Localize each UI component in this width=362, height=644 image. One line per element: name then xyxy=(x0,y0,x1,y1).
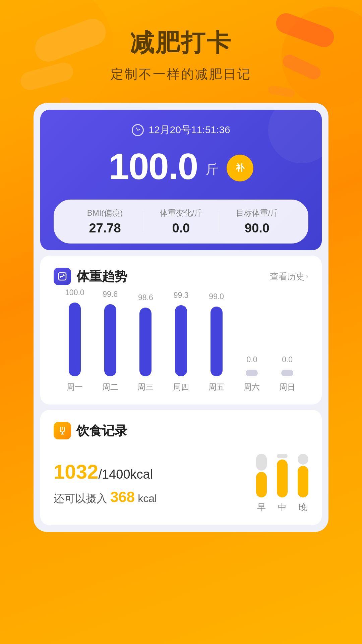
bar xyxy=(175,305,187,376)
bar-chart: 100.0周一99.6周二98.6周三99.3周四99.0周五0.0周六0.0周… xyxy=(54,299,308,392)
bar-column: 99.3周四 xyxy=(163,291,199,392)
bar-wrapper xyxy=(234,370,270,376)
bar-wrapper xyxy=(163,305,199,376)
supplement-button[interactable]: 补 xyxy=(227,155,253,181)
diet-title: 饮食记录 xyxy=(76,422,127,439)
diet-bars: 早中晚 xyxy=(256,453,308,513)
diet-bar-col: 中 xyxy=(277,453,288,513)
bar-label: 周四 xyxy=(173,382,189,392)
diet-bar-empty xyxy=(277,454,288,458)
calorie-main: 1032/1400kcal xyxy=(54,460,157,483)
weight-card-header: 12月20号11:51:36 xyxy=(57,123,305,137)
bar-wrapper xyxy=(57,303,93,376)
bar xyxy=(246,370,258,376)
bar-value: 99.0 xyxy=(209,292,224,301)
trend-card: 体重趋势 查看历史 › 100.0周一99.6周二98.6周三99.3周四99.… xyxy=(40,256,322,405)
weight-unit: 斤 xyxy=(206,161,219,178)
diet-bar-label: 中 xyxy=(278,501,287,513)
target-weight-stat: 目标体重/斤 90.0 xyxy=(219,208,295,235)
view-history-button[interactable]: 查看历史 › xyxy=(270,271,308,282)
bmi-stat: BMI(偏瘦) 27.78 xyxy=(67,208,143,235)
diet-icon xyxy=(54,422,71,439)
date-time: 12月20号11:51:36 xyxy=(148,123,230,137)
diet-bar-label: 早 xyxy=(257,501,266,513)
bar-column: 0.0周日 xyxy=(269,355,305,392)
diet-bar-wrapper xyxy=(298,453,308,497)
diet-title-group: 饮食记录 xyxy=(54,422,127,439)
app-title: 减肥打卡 xyxy=(130,27,232,59)
bar-wrapper xyxy=(269,370,305,376)
main-content: 减肥打卡 定制不一样的减肥日记 12月20号11:51:36 100.0 斤 补… xyxy=(0,0,362,532)
trend-title: 体重趋势 xyxy=(76,268,127,285)
chevron-right-icon: › xyxy=(306,272,308,281)
diet-bar-wrapper xyxy=(277,453,288,497)
bar-value: 100.0 xyxy=(65,288,84,297)
diet-bar-empty xyxy=(256,454,267,471)
bar-value: 0.0 xyxy=(246,355,257,364)
calories-total: 1400kcal xyxy=(102,467,153,481)
bar-label: 周二 xyxy=(102,382,118,392)
bar xyxy=(69,303,81,376)
diet-bar-wrapper xyxy=(256,453,267,497)
weight-change-stat: 体重变化/斤 0.0 xyxy=(143,208,219,235)
diet-left: 1032/1400kcal 还可以摄入 368 kcal xyxy=(54,460,157,506)
diet-bar-label: 晚 xyxy=(299,501,307,513)
calories-consumed: 1032 xyxy=(54,461,98,483)
calorie-remain: 还可以摄入 368 kcal xyxy=(54,489,157,506)
bar-wrapper xyxy=(93,304,128,376)
weight-card: 12月20号11:51:36 100.0 斤 补 BMI(偏瘦) 27.78 体… xyxy=(40,110,322,250)
bar xyxy=(139,308,152,376)
diet-bar-filled xyxy=(256,472,267,497)
target-weight-value: 90.0 xyxy=(245,221,269,235)
diet-bar-filled xyxy=(298,466,308,497)
diet-bar-col: 早 xyxy=(256,453,267,513)
target-weight-label: 目标体重/斤 xyxy=(236,208,279,218)
bar-column: 99.6周二 xyxy=(93,290,128,392)
bar-value: 0.0 xyxy=(282,355,293,364)
calories-remain: 368 xyxy=(110,489,135,505)
bar-value: 99.3 xyxy=(174,291,189,300)
diet-card-header: 饮食记录 xyxy=(54,422,308,439)
trend-title-group: 体重趋势 xyxy=(54,268,127,285)
bmi-value: 27.78 xyxy=(89,221,121,235)
bar-label: 周五 xyxy=(208,382,225,392)
clock-icon xyxy=(132,124,144,136)
bar-column: 100.0周一 xyxy=(57,288,93,392)
trend-card-header: 体重趋势 查看历史 › xyxy=(54,268,308,285)
bar-column: 98.6周三 xyxy=(128,293,163,392)
bar-column: 0.0周六 xyxy=(234,355,270,392)
weight-value: 100.0 xyxy=(109,145,197,187)
diet-bar-col: 晚 xyxy=(298,453,308,513)
bar-label: 周日 xyxy=(279,382,295,392)
bar xyxy=(281,370,293,376)
bar-label: 周一 xyxy=(67,382,83,392)
app-subtitle: 定制不一样的减肥日记 xyxy=(111,66,251,83)
main-card: 12月20号11:51:36 100.0 斤 补 BMI(偏瘦) 27.78 体… xyxy=(34,103,328,532)
bar xyxy=(210,307,223,376)
bar xyxy=(104,304,116,376)
diet-content: 1032/1400kcal 还可以摄入 368 kcal 早中晚 xyxy=(54,453,308,513)
trend-icon xyxy=(54,268,71,285)
diet-card: 饮食记录 1032/1400kcal 还可以摄入 368 kcal 早中晚 xyxy=(40,410,322,525)
bar-value: 99.6 xyxy=(103,290,118,299)
weight-change-label: 体重变化/斤 xyxy=(160,208,202,218)
bar-wrapper xyxy=(128,308,163,376)
weight-change-value: 0.0 xyxy=(172,221,190,235)
bar-label: 周三 xyxy=(137,382,154,392)
diet-bar-filled xyxy=(277,460,288,497)
remain-suffix: kcal xyxy=(138,492,157,504)
view-history-label: 查看历史 xyxy=(270,271,305,282)
bar-label: 周六 xyxy=(244,382,260,392)
weight-main: 100.0 斤 补 xyxy=(57,145,305,187)
bar-wrapper xyxy=(199,307,234,376)
bmi-label: BMI(偏瘦) xyxy=(87,208,123,218)
bar-column: 99.0周五 xyxy=(199,292,234,392)
weight-stats: BMI(偏瘦) 27.78 体重变化/斤 0.0 目标体重/斤 90.0 xyxy=(54,200,308,244)
diet-bar-empty xyxy=(298,454,308,465)
bar-value: 98.6 xyxy=(138,293,153,302)
